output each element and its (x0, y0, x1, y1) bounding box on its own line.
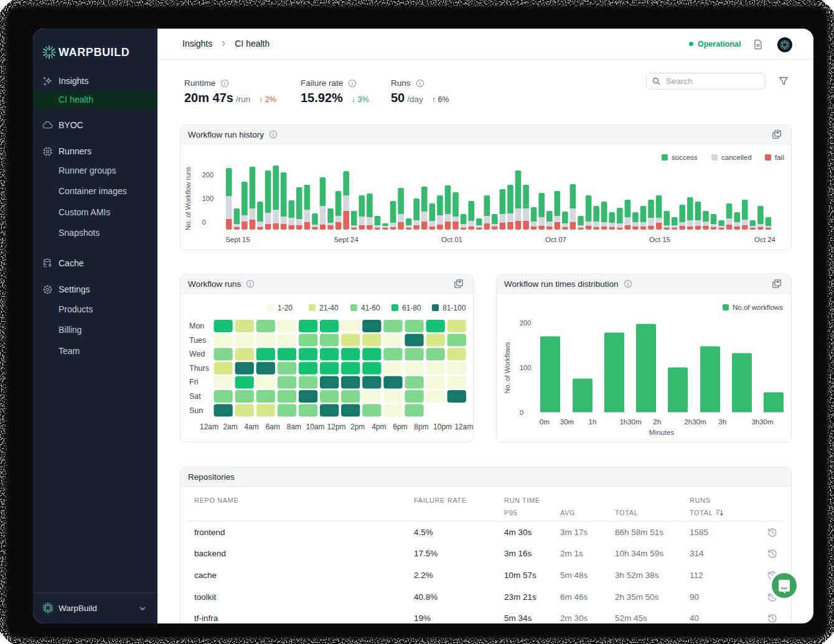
svg-text:Minutes: Minutes (649, 429, 675, 436)
svg-text:3h30m: 3h30m (751, 418, 773, 426)
svg-text:0m: 0m (540, 418, 550, 426)
svg-text:200: 200 (202, 171, 213, 179)
svg-text:Wed: Wed (189, 350, 205, 358)
svg-text:Sun: Sun (189, 406, 203, 415)
svg-text:81-100: 81-100 (443, 304, 466, 312)
svg-text:2pm: 2pm (350, 422, 365, 431)
svg-text:12am: 12am (200, 422, 218, 431)
svg-text:success: success (672, 154, 698, 161)
svg-text:2h30m: 2h30m (684, 418, 706, 426)
svg-text:12pm: 12pm (327, 422, 346, 431)
svg-text:4am: 4am (245, 422, 259, 431)
svg-text:61-80: 61-80 (402, 304, 421, 312)
svg-text:6pm: 6pm (393, 422, 407, 431)
svg-text:Sept 15: Sept 15 (225, 236, 250, 243)
svg-text:No.of workflows: No.of workflows (733, 304, 783, 311)
svg-text:Oct 15: Oct 15 (649, 236, 670, 243)
svg-text:6am: 6am (266, 422, 280, 431)
svg-text:No. of Workflows: No. of Workflows (504, 342, 511, 393)
svg-text:1h30m: 1h30m (619, 418, 641, 426)
svg-text:8pm: 8pm (414, 422, 428, 431)
svg-text:30m: 30m (560, 418, 574, 426)
svg-text:100: 100 (202, 195, 213, 202)
svg-text:Oct 01: Oct 01 (441, 236, 462, 243)
svg-text:200: 200 (520, 319, 531, 327)
svg-text:Sat: Sat (189, 392, 201, 401)
svg-text:10pm: 10pm (433, 422, 452, 431)
svg-text:fail: fail (775, 154, 784, 161)
svg-text:Tues: Tues (189, 336, 206, 345)
svg-text:10am: 10am (306, 422, 324, 431)
svg-text:4pm: 4pm (372, 422, 386, 431)
svg-text:Fri: Fri (189, 378, 199, 386)
svg-text:3h: 3h (719, 418, 727, 426)
svg-text:41-60: 41-60 (361, 304, 380, 312)
svg-text:Mon: Mon (189, 322, 204, 330)
svg-text:Sept 24: Sept 24 (334, 236, 358, 243)
svg-text:Thurs: Thurs (189, 364, 209, 373)
svg-text:2h: 2h (654, 418, 662, 426)
svg-text:100: 100 (520, 364, 531, 371)
svg-text:No. of Workflow runs: No. of Workflow runs (184, 167, 192, 230)
svg-text:Oct 07: Oct 07 (545, 236, 566, 243)
svg-text:21-40: 21-40 (319, 304, 339, 312)
svg-text:0: 0 (520, 409, 523, 416)
svg-text:Oct 24: Oct 24 (754, 236, 775, 243)
svg-text:1-20: 1-20 (278, 304, 293, 312)
svg-text:cancelled: cancelled (721, 154, 752, 161)
svg-text:2am: 2am (223, 422, 237, 431)
svg-text:12am: 12am (454, 422, 473, 431)
svg-text:8am: 8am (287, 422, 301, 431)
svg-text:0: 0 (202, 218, 206, 226)
svg-text:1h: 1h (589, 418, 597, 426)
